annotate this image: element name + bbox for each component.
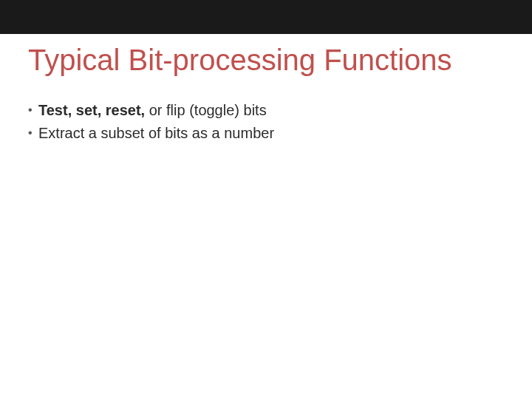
slide: Typical Bit-processing Functions • Test,… [0,0,532,399]
list-item: • Extract a subset of bits as a number [28,123,502,143]
list-item: • Test, set, reset, or flip (toggle) bit… [28,100,502,120]
bullet-icon: • [28,123,38,143]
bullet-text: Extract a subset of bits as a number [38,123,502,143]
slide-topbar [0,0,532,34]
bullet-text: Test, set, reset, or flip (toggle) bits [38,100,502,120]
bullet-icon: • [28,100,38,120]
bullet-bold-fragment: Test, set, reset, [38,102,145,118]
bullet-list: • Test, set, reset, or flip (toggle) bit… [28,100,502,146]
bullet-rest-fragment: or flip (toggle) bits [145,102,267,118]
slide-title: Typical Bit-processing Functions [28,43,517,77]
bullet-rest-fragment: Extract a subset of bits as a number [38,125,274,141]
